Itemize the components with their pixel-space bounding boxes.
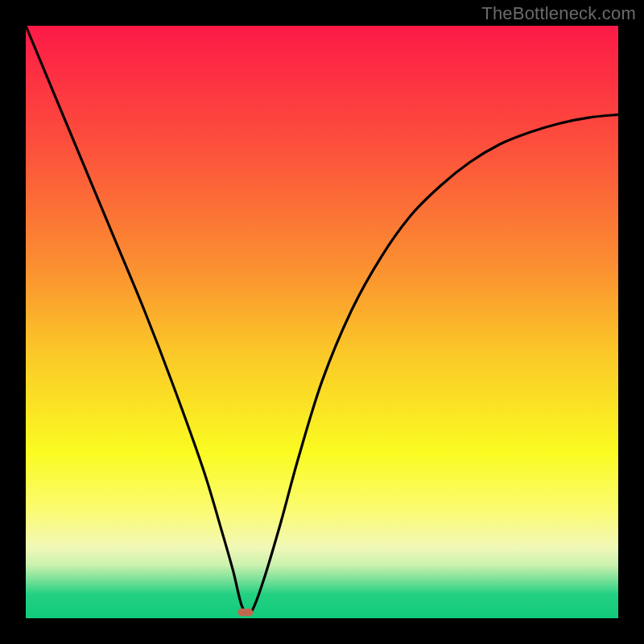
plot-background — [26, 26, 618, 618]
watermark-text: TheBottleneck.com — [481, 3, 636, 24]
chart-stage: TheBottleneck.com — [0, 0, 644, 644]
svg-point-1 — [243, 609, 253, 617]
chart-svg — [0, 0, 644, 644]
vertex-marker — [237, 609, 253, 617]
